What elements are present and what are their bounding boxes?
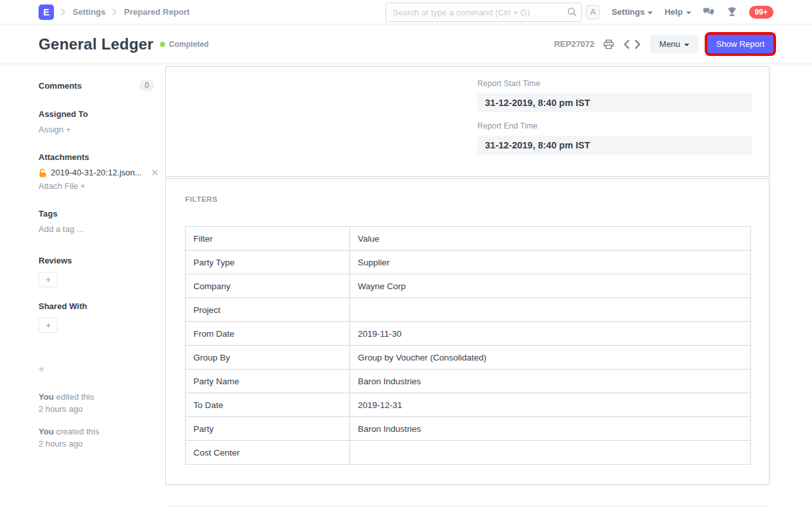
- app-logo[interactable]: E: [39, 4, 54, 20]
- report-end-time-value: 31-12-2019, 8:40 pm IST: [477, 136, 752, 155]
- chat-icon[interactable]: [703, 6, 715, 17]
- settings-dropdown-label: Settings: [612, 7, 644, 17]
- activity-action: created this: [56, 427, 99, 436]
- status-badge: Completed: [160, 40, 209, 49]
- chevron-down-icon: [648, 12, 653, 14]
- navbar: E Settings Prepared Report A Settings: [0, 0, 812, 24]
- filters-table-body: Party TypeSupplierCompanyWayne CorpProje…: [186, 251, 751, 465]
- search-input[interactable]: [385, 3, 582, 22]
- filter-row: PartyBaron Industries: [186, 417, 751, 441]
- report-start-time-label: Report Start Time: [477, 79, 752, 88]
- menu-button[interactable]: Menu: [650, 35, 698, 53]
- trophy-icon[interactable]: [727, 6, 737, 17]
- add-share-button[interactable]: +: [39, 317, 58, 333]
- filter-row: Party TypeSupplier: [186, 251, 751, 274]
- filter-row: Group ByGroup by Voucher (Consolidated): [186, 346, 751, 369]
- filter-name-cell: To Date: [186, 393, 350, 417]
- activity-action: edited this: [56, 392, 94, 402]
- remove-attachment-icon[interactable]: ✕: [151, 168, 159, 177]
- chevron-down-icon: [684, 44, 689, 46]
- filter-value-cell: Supplier: [350, 251, 751, 274]
- filters-table-header-row: Filter Value: [186, 227, 751, 251]
- main-content: Report Start Time 31-12-2019, 8:40 pm IS…: [165, 64, 770, 507]
- lock-icon: [39, 168, 47, 177]
- add-tag-input[interactable]: Add a tag ...: [39, 224, 154, 234]
- filters-section-label: FILTERS: [185, 195, 750, 203]
- activity-who: You: [39, 427, 54, 436]
- sidebar: Comments 0 Assigned To Assign + Attachme…: [39, 64, 154, 450]
- filter-value-cell: Baron Industries: [350, 369, 751, 393]
- filters-card: FILTERS Filter Value Party TypeSupplierC…: [165, 178, 770, 485]
- settings-dropdown[interactable]: Settings: [612, 7, 653, 17]
- chevron-right-icon: [112, 8, 118, 16]
- print-icon[interactable]: [603, 39, 614, 49]
- attachments-label: Attachments: [39, 152, 154, 162]
- navbar-right: A Settings Help: [586, 5, 773, 19]
- filter-row: From Date2019-11-30: [186, 322, 751, 346]
- comments-label: Comments: [39, 81, 82, 91]
- filters-table: Filter Value Party TypeSupplierCompanyWa…: [185, 226, 751, 465]
- activity-who: You: [39, 392, 54, 402]
- section-divider: [165, 506, 770, 506]
- page-head: General Ledger Completed REP27072: [0, 24, 812, 64]
- status-label: Completed: [169, 40, 209, 49]
- filter-name-cell: Company: [186, 274, 350, 298]
- filter-value-cell: [350, 298, 751, 322]
- attach-file-button[interactable]: Attach File +: [39, 181, 154, 191]
- assign-button[interactable]: Assign +: [39, 125, 154, 134]
- breadcrumb: E Settings Prepared Report: [39, 4, 190, 20]
- report-end-time-label: Report End Time: [477, 121, 752, 130]
- global-search: [385, 3, 582, 22]
- status-dot-icon: [160, 42, 165, 47]
- activity-when: 2 hours ago: [39, 438, 154, 450]
- chevron-right-icon: [60, 8, 66, 16]
- help-dropdown-label: Help: [664, 7, 682, 17]
- breadcrumb-prepared-report[interactable]: Prepared Report: [124, 7, 190, 17]
- assigned-to-label: Assigned To: [39, 109, 154, 119]
- filter-name-cell: Party Name: [186, 369, 350, 393]
- notifications-badge[interactable]: 99+: [749, 6, 773, 19]
- next-record-icon[interactable]: [634, 39, 641, 49]
- chevron-down-icon: [686, 12, 691, 14]
- filter-name-cell: Cost Center: [186, 441, 350, 465]
- activity-when: 2 hours ago: [39, 404, 154, 416]
- add-review-button[interactable]: +: [39, 272, 58, 287]
- filter-row: Cost Center: [186, 441, 751, 465]
- show-report-button[interactable]: Show Report: [707, 35, 773, 53]
- filter-name-cell: Party: [186, 417, 350, 441]
- document-id: REP27072: [554, 39, 594, 49]
- filter-value-cell: Group by Voucher (Consolidated): [350, 346, 751, 369]
- filter-value-cell: 2019-11-30: [350, 322, 751, 346]
- help-dropdown[interactable]: Help: [664, 7, 691, 17]
- filter-row: Project: [186, 298, 751, 322]
- page: E Settings Prepared Report A Settings: [0, 0, 812, 507]
- value-column-header: Value: [350, 227, 751, 251]
- attachment-file-link[interactable]: 2019-40-31-20:12.json...: [51, 168, 142, 177]
- comments-count: 0: [139, 80, 154, 91]
- menu-button-label: Menu: [659, 39, 680, 49]
- report-start-time-value: 31-12-2019, 8:40 pm IST: [477, 93, 752, 112]
- avatar[interactable]: A: [586, 5, 600, 19]
- activity-edited: You edited this 2 hours ago: [39, 391, 154, 416]
- filter-value-cell: 2019-12-31: [350, 393, 751, 417]
- search-icon: [567, 7, 577, 17]
- like-heart-icon[interactable]: ♥: [39, 364, 154, 375]
- filter-name-cell: Project: [186, 298, 350, 322]
- reviews-label: Reviews: [39, 256, 154, 265]
- activity-created: You created this 2 hours ago: [39, 426, 154, 450]
- filter-value-cell: Baron Industries: [350, 417, 751, 441]
- filter-row: Party NameBaron Industries: [186, 369, 751, 393]
- tags-label: Tags: [39, 209, 154, 218]
- filter-name-cell: Group By: [186, 346, 350, 369]
- filter-name-cell: From Date: [186, 322, 350, 346]
- prev-record-icon[interactable]: [623, 39, 630, 49]
- filter-name-cell: Party Type: [186, 251, 350, 274]
- filter-value-cell: Wayne Corp: [350, 274, 751, 298]
- filter-row: CompanyWayne Corp: [186, 274, 751, 298]
- breadcrumb-settings[interactable]: Settings: [73, 7, 105, 17]
- report-times-card: Report Start Time 31-12-2019, 8:40 pm IS…: [165, 66, 770, 177]
- filter-column-header: Filter: [186, 227, 350, 251]
- page-title: General Ledger: [39, 35, 154, 53]
- filter-value-cell: [350, 441, 751, 465]
- filter-row: To Date2019-12-31: [186, 393, 751, 417]
